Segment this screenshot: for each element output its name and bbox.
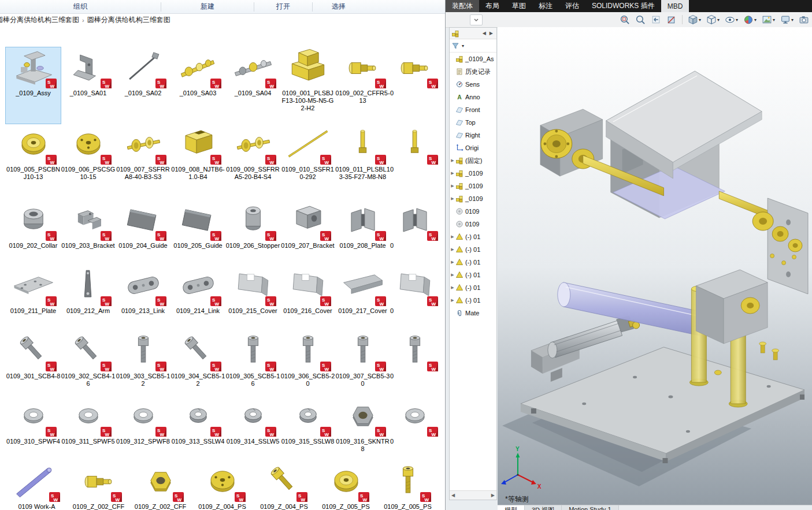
expand-arrow-icon[interactable]: ▶ (450, 158, 455, 163)
file-item[interactable]: SW0109_205_Guide (170, 200, 225, 265)
file-item[interactable]: SW0109_312_SPWF8 (116, 396, 170, 461)
file-item[interactable]: SW0109_011_PLSBL13-35-F27-M8-N8 (335, 124, 390, 200)
file-item[interactable]: SW0109_Z_004_PS (191, 461, 253, 510)
breadcrumb[interactable]: 圆棒分离供给机构三维套图›圆棒分离供给机构三维套图 (0, 14, 445, 27)
file-item[interactable]: SW0109_005_PSCBNJ10-13 (6, 124, 61, 200)
file-item[interactable]: SW0109_216_Cover (280, 265, 335, 330)
tree-item-4[interactable]: Front (450, 103, 496, 116)
file-item[interactable]: SW0109 Work-A (6, 461, 68, 510)
toolbar-item-3[interactable]: 选择 (313, 0, 365, 13)
file-item[interactable]: SW0109_212_Arm (61, 265, 116, 330)
file-item[interactable]: SW_0109_Assy (6, 47, 61, 124)
file-item[interactable]: SW0109_Z_005_PS (377, 461, 439, 510)
model-tab-2[interactable]: Motion Study 1 (562, 505, 618, 510)
apply-scene-icon[interactable]: ▾ (762, 14, 775, 25)
file-item[interactable]: SW0109_315_SSLW8 (280, 396, 335, 461)
file-item[interactable]: SW0109_313_SSLW4 (170, 396, 225, 461)
file-item[interactable]: SW_0109_SA04 (225, 47, 280, 124)
file-item[interactable]: SW0109_Z_002_CFF (129, 461, 191, 510)
expand-arrow-icon[interactable]: ▶ (450, 247, 455, 252)
tree-item-12[interactable]: 0109 (450, 205, 496, 218)
tree-item-10[interactable]: ▶_0109 (450, 180, 496, 192)
file-item[interactable]: SW0 (390, 47, 445, 124)
tree-item-9[interactable]: ▶_0109 (450, 167, 496, 180)
expand-arrow-icon[interactable]: ▶ (450, 171, 455, 176)
zoom-fit-icon[interactable] (620, 14, 630, 25)
breadcrumb-item-0[interactable]: 圆棒分离供给机构三维套图 (0, 15, 82, 25)
ribbon-pin-icon[interactable] (470, 14, 483, 25)
graphics-viewport[interactable]: Y X Z *等轴测 (498, 27, 812, 505)
file-item[interactable]: SW_0109_SA01 (61, 47, 116, 124)
file-item[interactable]: SW0109_314_SSLW5 (225, 396, 280, 461)
file-item[interactable]: SW0109_303_SCB5-12 (116, 330, 170, 396)
file-item[interactable]: SW0109_007_SSFRRA8-40-B3-S3 (116, 124, 170, 200)
file-item[interactable]: SW0109_006_PSCSG10-15 (61, 124, 116, 200)
model-tab-1[interactable]: 3D 视图 (525, 505, 562, 510)
file-item[interactable]: SW0109_301_SCB4-8 (6, 330, 61, 396)
file-item[interactable]: SW0109_206_Stopper (225, 200, 280, 265)
ribbon-tab-3[interactable]: 标注 (532, 0, 559, 12)
ribbon-tab-4[interactable]: 评估 (559, 0, 585, 12)
ribbon-tab-0[interactable]: 装配体 (446, 0, 479, 12)
tree-filter[interactable]: ▾ (450, 39, 496, 53)
expand-arrow-icon[interactable]: ▶ (450, 273, 455, 277)
file-item[interactable]: SW0109_202_Collar (6, 200, 61, 265)
toolbar-item-0[interactable]: 组织 (0, 0, 161, 13)
file-item[interactable]: SW0109_213_Link (116, 265, 170, 330)
view-orientation-icon[interactable]: ▾ (688, 14, 701, 25)
file-item[interactable]: SW0109_311_SPWF5 (61, 396, 116, 461)
file-item[interactable]: SW0109_307_SCB5-30 (335, 330, 390, 396)
tree-item-18[interactable]: ▶(-) 01 (450, 281, 496, 294)
file-item[interactable]: SW0109_208_Plate (335, 200, 390, 265)
tree-item-11[interactable]: ▶_0109 (450, 192, 496, 205)
tree-item-14[interactable]: ▶(-) 01 (450, 230, 496, 243)
file-item[interactable]: SW_0109_SA02 (116, 47, 170, 124)
tree-item-7[interactable]: Origi (450, 142, 496, 154)
breadcrumb-item-1[interactable]: 圆棒分离供给机构三维套图 (84, 15, 173, 25)
file-item[interactable]: SW0 (390, 396, 445, 461)
tree-item-6[interactable]: Right (450, 129, 496, 142)
file-item[interactable]: SW0109_Z_005_PS (315, 461, 377, 510)
ribbon-tab-2[interactable]: 草图 (506, 0, 532, 12)
file-item[interactable]: SW0 (390, 124, 445, 200)
tree-item-0[interactable]: _0109_As (450, 53, 496, 65)
tree-item-17[interactable]: ▶(-) 01 (450, 269, 496, 281)
file-item[interactable]: SW0109_207_Bracket (280, 200, 335, 265)
scroll-left-icon[interactable]: ◀ (451, 493, 455, 498)
toolbar-item-1[interactable]: 新建 (161, 0, 254, 13)
file-item[interactable]: SW0109_009_SSFRRA5-20-B4-S4 (225, 124, 280, 200)
tree-item-13[interactable]: 0109 (450, 218, 496, 230)
file-item[interactable]: SW0109_203_Bracket (61, 200, 116, 265)
camera-icon[interactable] (799, 14, 809, 25)
expand-arrow-icon[interactable]: ▶ (450, 260, 455, 265)
expand-arrow-icon[interactable]: ▶ (450, 196, 455, 201)
hide-show-items-icon[interactable]: ▾ (725, 14, 738, 25)
file-item[interactable]: SW0109_310_SPWF4 (6, 396, 61, 461)
expand-arrow-icon[interactable]: ▶ (450, 234, 455, 239)
pane-left-arrow-icon[interactable]: ◀ (481, 31, 488, 36)
file-item[interactable]: SW0109_Z_002_CFF (68, 461, 129, 510)
zoom-area-icon[interactable] (635, 14, 646, 25)
tree-item-2[interactable]: Sens (450, 78, 496, 91)
ribbon-tab-1[interactable]: 布局 (479, 0, 506, 12)
file-item[interactable]: SW0109_Z_004_PS (253, 461, 315, 510)
file-item[interactable]: SW0109_211_Plate (6, 265, 61, 330)
expand-arrow-icon[interactable]: ▶ (450, 298, 455, 303)
tree-item-20[interactable]: Mate (450, 307, 496, 319)
file-item[interactable]: SW0 (390, 265, 445, 330)
file-item[interactable]: SW0109_316_SKNTR8 (335, 396, 390, 461)
previous-view-icon[interactable] (651, 14, 661, 25)
tree-item-3[interactable]: AAnno (450, 91, 496, 103)
section-view-icon[interactable] (666, 14, 677, 25)
ribbon-tab-5[interactable]: SOLIDWORKS 插件 (585, 0, 661, 12)
file-item[interactable]: SW0109_008_NJTB6-1.0-B4 (170, 124, 225, 200)
panel-scrollbar[interactable]: ◀▶ (450, 490, 496, 500)
model-tab-0[interactable]: 模型 (498, 505, 525, 510)
file-item[interactable]: SW0109_302_SCB4-16 (61, 330, 116, 396)
expand-arrow-icon[interactable]: ▶ (450, 184, 455, 188)
view-settings-icon[interactable]: ▾ (780, 14, 794, 25)
file-item[interactable]: SW0109_215_Cover (225, 265, 280, 330)
display-style-icon[interactable]: ▾ (706, 14, 720, 25)
pane-right-arrow-icon[interactable]: ▶ (488, 31, 495, 36)
file-item[interactable]: SW0109_305_SCB5-16 (225, 330, 280, 396)
